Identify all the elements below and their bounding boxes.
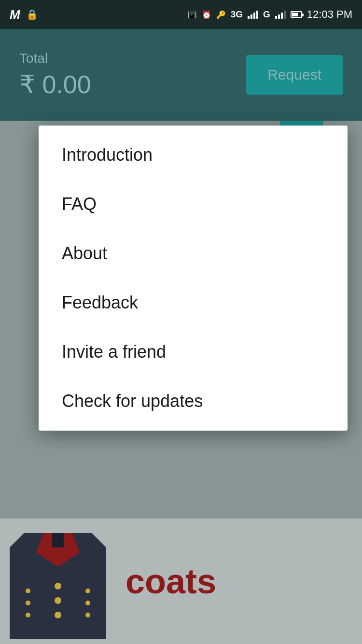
battery-icon [291, 11, 302, 18]
bottom-card: coats [0, 518, 362, 644]
status-time: 12:03 PM [307, 8, 352, 21]
menu-item-invite-friend[interactable]: Invite a friend [39, 327, 348, 377]
svg-rect-3 [52, 533, 64, 547]
svg-point-11 [85, 601, 90, 605]
signal-bars-carrier [275, 10, 286, 19]
svg-point-4 [55, 583, 61, 589]
menu-dialog: Introduction FAQ About Feedback Invite a… [39, 126, 348, 431]
menu-item-about[interactable]: About [39, 229, 348, 278]
svg-point-12 [85, 613, 90, 617]
vibrate-icon: 📳 [187, 10, 197, 19]
status-left-icons: M 🔒 [10, 7, 38, 22]
svg-point-8 [26, 601, 30, 605]
key-icon: 🔑 [216, 10, 226, 19]
header: Total ₹ 0.00 Request [0, 29, 362, 121]
menu-item-check-updates[interactable]: Check for updates [39, 377, 348, 426]
total-label: Total [19, 51, 91, 66]
background-content: Introduction FAQ About Feedback Invite a… [0, 121, 362, 644]
signal-bars-3g [248, 10, 258, 19]
svg-point-7 [26, 588, 30, 593]
header-total-section: Total ₹ 0.00 [19, 51, 91, 99]
status-bar: M 🔒 📳 ⏰ 🔑 3G G 12:03 PM [0, 0, 362, 29]
menu-item-faq[interactable]: FAQ [39, 180, 348, 229]
svg-point-6 [55, 612, 61, 618]
menu-item-feedback[interactable]: Feedback [39, 278, 348, 327]
coat-illustration [10, 523, 116, 639]
alarm-icon: ⏰ [202, 10, 211, 19]
category-label: coats [125, 561, 216, 601]
request-button[interactable]: Request [246, 55, 343, 95]
network-label: 3G [231, 9, 243, 20]
carrier-label: G [263, 9, 270, 20]
status-right-icons: 📳 ⏰ 🔑 3G G 12:03 PM [187, 8, 352, 21]
coat-svg [10, 523, 106, 639]
svg-point-9 [26, 613, 30, 617]
svg-point-10 [85, 588, 90, 593]
app-icon: M [10, 7, 20, 22]
svg-point-5 [55, 597, 61, 604]
lock-icon: 🔒 [26, 9, 38, 20]
menu-item-introduction[interactable]: Introduction [39, 130, 348, 180]
total-amount: ₹ 0.00 [19, 70, 91, 99]
